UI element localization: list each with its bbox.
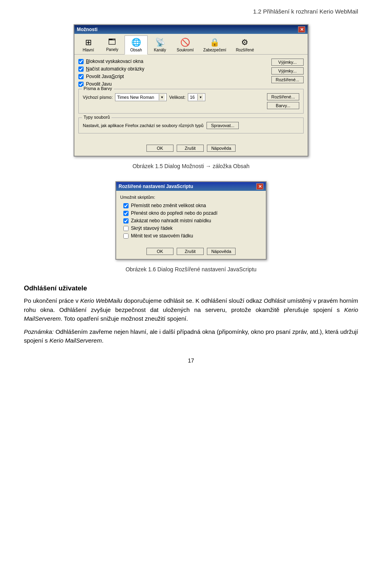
size-label: Velikost: <box>169 95 185 100</box>
files-group-label: Typy souborů <box>82 115 111 120</box>
font-controls: Výchozí písmo: Times New Roman ▼ Velikos… <box>83 93 264 103</box>
size-value: 16 <box>190 95 195 100</box>
d2-checkbox-3-label: Zakázat nebo nahradit místní nabídku <box>131 218 211 223</box>
section-heading: Odhlášení uživatele <box>24 284 358 292</box>
checkbox-row-2: Načíst automaticky obrázky <box>78 66 268 72</box>
checkbox-javascript-label: Povolit JavaScript <box>86 74 124 79</box>
side-buttons-group: Výjimky... Výjimky... Rozšířené... <box>271 59 304 89</box>
d2-checkbox-2[interactable] <box>123 211 129 216</box>
dialog2-titlebar: Rozšířené nastavení JavaScriptu ✕ <box>116 182 266 191</box>
tab-soukromi[interactable]: 🚫 Soukromí <box>172 35 198 54</box>
d2-checkbox-row-2: Přenést okno do popředí nebo do pozadí <box>123 210 262 216</box>
d2-checkbox-row-4: Skrýt stavový řádek <box>123 225 262 231</box>
advanced-btn-1[interactable]: Rozšířené... <box>271 76 304 83</box>
ok-btn-2[interactable]: OK <box>146 248 173 255</box>
checkbox-row-3: Povolit JavaScript <box>78 74 268 79</box>
files-text: Nastavit, jak aplikace Firefox zachází s… <box>83 123 203 128</box>
d2-checkbox-1-label: Přemístit nebo změnit velikost okna <box>131 203 206 208</box>
font-dropdown-arrow: ▼ <box>159 94 165 100</box>
dialog1-title: Možnosti <box>77 27 298 32</box>
fonts-group-label: Písma a Barvy <box>82 86 114 91</box>
font-value: Times New Roman <box>117 95 154 100</box>
tab-kanaly[interactable]: 📡 Kanály <box>148 35 172 54</box>
font-dropdown[interactable]: Times New Roman ▼ <box>115 93 167 101</box>
d2-checkbox-row-5: Měnit text ve stavovém řádku <box>123 233 262 239</box>
files-group: Typy souborů Nastavit, jak aplikace Fire… <box>78 118 304 133</box>
font-row: Výchozí písmo: Times New Roman ▼ Velikos… <box>83 93 264 101</box>
tab-zabezpeceni[interactable]: 🔒 Zabezpečení <box>199 35 231 54</box>
checkbox-blokovat[interactable] <box>78 59 84 64</box>
page-header: 1.2 Přihlášení k rozhraní Kerio WebMail <box>24 8 358 15</box>
dialog2-close-button[interactable]: ✕ <box>256 183 263 190</box>
font-right-buttons: Rozšířené... Barvy... <box>267 93 299 109</box>
d2-checkbox-2-label: Přenést okno do popředí nebo do pozadí <box>131 210 218 216</box>
font-label: Výchozí písmo: <box>83 95 113 100</box>
dialog1-content: Blokovat vyskakovací okna Načíst automat… <box>74 55 308 141</box>
dialog2-title: Rozšířené nastavení JavaScriptu <box>119 184 256 189</box>
fonts-group: Písma a Barvy Výchozí písmo: Times New R… <box>78 89 304 114</box>
page-number: 17 <box>24 357 358 364</box>
exceptions-btn-2[interactable]: Výjimky... <box>271 67 304 74</box>
obsah-icon: 🌐 <box>131 37 141 47</box>
ok-btn-1[interactable]: OK <box>146 145 173 152</box>
checkbox-blokovat-label: Blokovat vyskakovací okna <box>86 59 143 64</box>
screenshot2-wrapper: Rozšířené nastavení JavaScriptu ✕ Umožni… <box>24 181 358 260</box>
d2-checkbox-5[interactable] <box>123 233 129 239</box>
paragraph-1: Po ukončení práce v Kerio WebMailu dopor… <box>24 296 358 323</box>
paragraph-2: Poznámka: Odhlášením zavřeme nejen hlavn… <box>24 327 358 345</box>
checkbox-row-1: Blokovat vyskakovací okna <box>78 59 268 64</box>
dialog2-content: Umožnit skriptům: Přemístit nebo změnit … <box>116 191 266 245</box>
cancel-btn-2[interactable]: Zrušit <box>177 248 204 255</box>
dialog2: Rozšířené nastavení JavaScriptu ✕ Umožni… <box>115 181 267 260</box>
fonts-section: Výchozí písmo: Times New Roman ▼ Velikos… <box>83 93 299 109</box>
help-btn-1[interactable]: Nápověda <box>207 145 236 152</box>
tab-hlavni[interactable]: ⊞ Hlavní <box>77 35 100 54</box>
dialog1-titlebar: Možnosti ✕ <box>74 25 308 34</box>
d2-checkbox-4[interactable] <box>123 226 129 231</box>
checkbox-nacist-label: Načíst automaticky obrázky <box>86 66 144 72</box>
screenshot1-wrapper: Možnosti ✕ ⊞ Hlavní 🗔 Panely 🌐 Obsah 📡 K… <box>24 24 358 157</box>
permit-label: Umožnit skriptům: <box>120 195 262 200</box>
dialog1-toolbar: ⊞ Hlavní 🗔 Panely 🌐 Obsah 📡 Kanály 🚫 Sou… <box>74 34 308 55</box>
cancel-btn-1[interactable]: Zrušit <box>177 145 204 152</box>
d2-checkbox-3[interactable] <box>123 218 129 223</box>
rozsirene-icon: ⚙ <box>241 37 248 47</box>
main-checkboxes: Blokovat vyskakovací okna Načíst automat… <box>78 59 268 89</box>
hlavni-icon: ⊞ <box>85 37 92 47</box>
zabezpeceni-icon: 🔒 <box>210 37 220 47</box>
colors-btn[interactable]: Barvy... <box>267 102 299 109</box>
tab-rozsirene[interactable]: ⚙ Rozšířené <box>232 35 259 54</box>
size-dropdown[interactable]: 16 ▼ <box>188 93 205 101</box>
checkbox-nacist[interactable] <box>78 67 84 72</box>
dialog2-checkboxes: Přemístit nebo změnit velikost okna Přen… <box>120 203 262 239</box>
kanaly-icon: 📡 <box>155 37 165 47</box>
tab-panely[interactable]: 🗔 Panely <box>101 35 124 54</box>
checkboxes-section: Blokovat vyskakovací okna Načíst automat… <box>78 59 304 89</box>
dialog1-bottom-buttons: OK Zrušit Nápověda <box>74 141 308 156</box>
checkbox-javascript[interactable] <box>78 74 84 79</box>
size-dropdown-arrow: ▼ <box>197 94 203 100</box>
d2-checkbox-4-label: Skrýt stavový řádek <box>131 225 173 231</box>
exceptions-btn-1[interactable]: Výjimky... <box>271 59 304 66</box>
panely-icon: 🗔 <box>108 37 116 47</box>
d2-checkbox-1[interactable] <box>123 203 129 208</box>
font-advanced-btn[interactable]: Rozšířené... <box>267 93 299 100</box>
help-btn-2[interactable]: Nápověda <box>207 248 236 255</box>
dialog1: Možnosti ✕ ⊞ Hlavní 🗔 Panely 🌐 Obsah 📡 K… <box>74 24 308 157</box>
dialog2-bottom-buttons: OK Zrušit Nápověda <box>116 245 266 259</box>
figure2-caption: Obrázek 1.6 Dialog Rozšířené nastavení J… <box>24 266 358 272</box>
header-title: 1.2 Přihlášení k rozhraní Kerio WebMail <box>253 8 358 15</box>
tab-obsah[interactable]: 🌐 Obsah <box>125 35 148 55</box>
d2-checkbox-5-label: Měnit text ve stavovém řádku <box>131 233 193 239</box>
d2-checkbox-row-3: Zakázat nebo nahradit místní nabídku <box>123 218 262 223</box>
soukromi-icon: 🚫 <box>180 37 190 47</box>
figure1-caption: Obrázek 1.5 Dialog Možnosti → záložka Ob… <box>24 163 358 169</box>
dialog1-close-button[interactable]: ✕ <box>298 26 305 33</box>
filetype-row: Nastavit, jak aplikace Firefox zachází s… <box>83 122 299 129</box>
d2-checkbox-row-1: Přemístit nebo změnit velikost okna <box>123 203 262 208</box>
manage-btn[interactable]: Spravovat... <box>207 122 239 129</box>
